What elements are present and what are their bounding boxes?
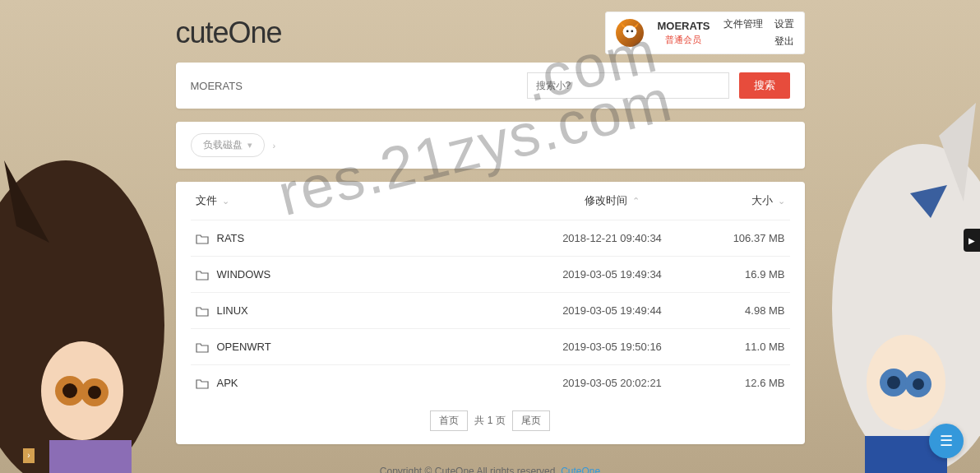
svg-rect-6 <box>49 440 132 473</box>
col-name[interactable]: 文件⌄ <box>196 193 530 208</box>
search-input[interactable] <box>527 72 729 99</box>
pager-info: 共 1 页 <box>474 414 505 428</box>
chevron-down-icon: ▾ <box>247 140 252 151</box>
col-date[interactable]: 修改时间⌃ <box>530 193 695 208</box>
file-name: APK <box>217 377 238 389</box>
file-size: 16.9 MB <box>695 268 785 281</box>
logo[interactable]: cuteOne <box>176 16 282 50</box>
file-size: 11.0 MB <box>695 341 785 353</box>
bg-character-left <box>0 78 164 473</box>
sort-icon: ⌄ <box>222 196 229 206</box>
user-rank: 普通会员 <box>657 34 710 46</box>
table-row[interactable]: LINUX2019-03-05 19:49:444.98 MB <box>191 292 790 328</box>
user-box: MOERATS 普通会员 文件管理 设置 登出 <box>605 12 804 54</box>
file-size: 4.98 MB <box>695 304 785 317</box>
file-date: 2019-03-05 19:49:34 <box>530 268 695 281</box>
username: MOERATS <box>657 20 710 32</box>
disk-selector[interactable]: 负载磁盘 ▾ <box>191 133 265 157</box>
folder-icon <box>196 269 209 281</box>
file-size: 12.6 MB <box>695 377 785 389</box>
file-size: 106.37 MB <box>695 232 785 244</box>
bg-character-right <box>832 78 980 473</box>
nav-logout[interactable]: 登出 <box>774 35 794 49</box>
sort-icon: ⌃ <box>632 196 640 206</box>
svg-point-14 <box>623 26 637 38</box>
chevron-right-icon: › <box>273 141 276 151</box>
search-button[interactable]: 搜索 <box>739 72 790 99</box>
file-date: 2019-03-05 19:50:16 <box>530 341 695 353</box>
file-name: OPENWRT <box>217 341 271 353</box>
table-row[interactable]: WINDOWS2019-03-05 19:49:3416.9 MB <box>191 256 790 292</box>
col-size[interactable]: 大小⌄ <box>695 193 785 208</box>
footer-link[interactable]: CuteOne <box>561 466 600 473</box>
folder-icon <box>196 378 209 389</box>
menu-fab[interactable]: ☰ <box>929 424 964 458</box>
disk-label: 负载磁盘 <box>203 138 243 152</box>
svg-point-15 <box>626 30 629 33</box>
pager-last[interactable]: 尾页 <box>512 410 550 431</box>
mini-handle[interactable]: › <box>23 448 35 463</box>
file-name: RATS <box>217 232 245 244</box>
side-handle[interactable]: ▶ <box>964 229 980 252</box>
search-bar: MOERATS 搜索 <box>176 63 805 109</box>
nav-files[interactable]: 文件管理 <box>723 17 763 31</box>
crumb-bar: 负载磁盘 ▾ › <box>176 122 805 169</box>
svg-point-16 <box>631 30 634 33</box>
folder-icon <box>196 305 209 317</box>
file-date: 2018-12-21 09:40:34 <box>530 232 695 244</box>
file-list: 文件⌄ 修改时间⌃ 大小⌄ RATS2018-12-21 09:40:34106… <box>176 182 805 444</box>
pager-first[interactable]: 首页 <box>430 410 468 431</box>
svg-point-12 <box>913 378 924 390</box>
svg-point-5 <box>88 386 101 399</box>
file-name: WINDOWS <box>217 268 271 281</box>
folder-icon <box>196 341 209 353</box>
svg-point-11 <box>887 376 900 389</box>
menu-icon: ☰ <box>940 432 953 450</box>
footer: Copyright © CuteOne All rights reserved.… <box>176 457 805 473</box>
file-date: 2019-03-05 19:49:44 <box>530 304 695 317</box>
pager: 首页 共 1 页 尾页 <box>191 401 790 441</box>
nav-settings[interactable]: 设置 <box>774 17 794 31</box>
sort-icon: ⌄ <box>778 196 785 206</box>
table-row[interactable]: RATS2018-12-21 09:40:34106.37 MB <box>191 220 790 256</box>
breadcrumb[interactable]: MOERATS <box>191 80 517 92</box>
svg-point-4 <box>62 383 77 398</box>
avatar[interactable] <box>616 19 644 47</box>
table-row[interactable]: APK2019-03-05 20:02:2112.6 MB <box>191 364 790 401</box>
folder-icon <box>196 233 209 244</box>
table-row[interactable]: OPENWRT2019-03-05 19:50:1611.0 MB <box>191 328 790 364</box>
file-name: LINUX <box>217 304 248 317</box>
file-date: 2019-03-05 20:02:21 <box>530 377 695 389</box>
